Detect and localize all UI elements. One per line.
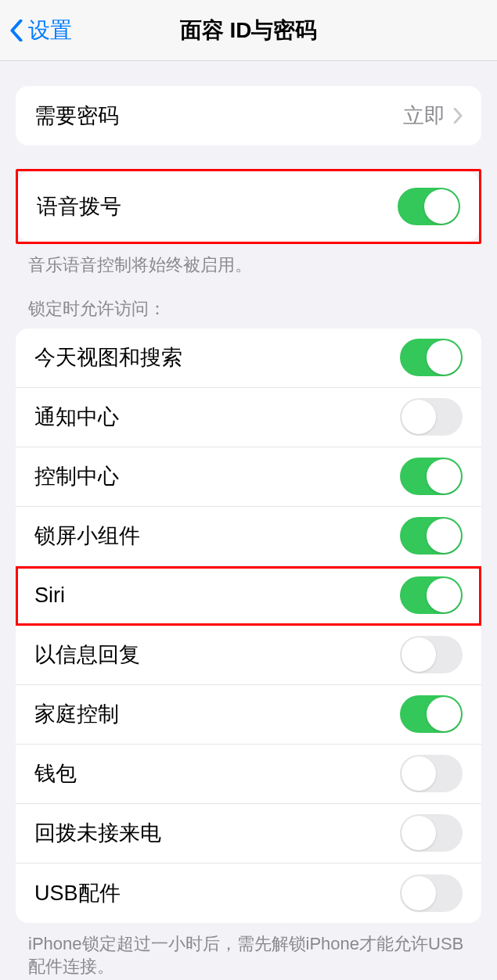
passcode-group: 需要密码 立即: [16, 86, 481, 145]
lockscreen-item-label: USB配件: [34, 879, 121, 907]
toggle-knob: [427, 697, 461, 731]
highlight-box: 语音拨号: [16, 169, 481, 244]
voice-dial-footer: 音乐语音控制将始终被启用。: [0, 244, 497, 277]
lockscreen-item-label: 钱包: [34, 759, 77, 788]
toggle-knob: [427, 459, 461, 494]
row-right: 立即: [403, 102, 463, 130]
toggle-knob: [402, 637, 436, 672]
back-button[interactable]: 设置: [0, 16, 72, 45]
toggle-knob: [427, 519, 461, 553]
toggle-knob: [402, 400, 436, 434]
lockscreen-item-toggle[interactable]: [400, 576, 463, 614]
lockscreen-section-header: 锁定时允许访问：: [0, 277, 497, 328]
lockscreen-row: 家庭控制: [16, 685, 481, 745]
toggle-knob: [402, 876, 436, 910]
voice-dial-highlight: 语音拨号: [16, 169, 481, 244]
lockscreen-item-toggle[interactable]: [400, 339, 463, 376]
toggle-knob: [402, 816, 436, 850]
chevron-right-icon: [453, 108, 463, 124]
require-passcode-row[interactable]: 需要密码 立即: [16, 86, 481, 145]
voice-dial-label: 语音拨号: [37, 192, 121, 221]
lockscreen-row: 以信息回复: [16, 626, 481, 685]
lockscreen-item-toggle[interactable]: [400, 458, 463, 495]
lockscreen-item-label: 今天视图和搜索: [34, 343, 182, 372]
lockscreen-item-toggle[interactable]: [400, 755, 463, 792]
toggle-knob: [427, 578, 461, 612]
lockscreen-footer: iPhone锁定超过一小时后，需先解锁iPhone才能允许USB配件连接。: [0, 923, 497, 978]
lockscreen-row: 钱包: [16, 745, 481, 804]
lockscreen-row: 回拨未接来电: [16, 804, 481, 863]
lockscreen-row: Siri: [16, 566, 481, 626]
toggle-knob: [402, 756, 436, 791]
lockscreen-row: 锁屏小组件: [16, 507, 481, 566]
lockscreen-item-toggle[interactable]: [400, 517, 463, 555]
lockscreen-group: 今天视图和搜索通知中心控制中心锁屏小组件Siri以信息回复家庭控制钱包回拨未接来…: [16, 328, 481, 923]
require-passcode-label: 需要密码: [34, 102, 119, 130]
lockscreen-item-label: 锁屏小组件: [34, 522, 140, 550]
voice-dial-toggle[interactable]: [398, 188, 460, 225]
lockscreen-row: USB配件: [16, 863, 481, 923]
lockscreen-item-toggle[interactable]: [400, 398, 463, 436]
back-label: 设置: [28, 16, 72, 45]
page-title: 面容 ID与密码: [0, 16, 497, 45]
require-passcode-value: 立即: [403, 102, 445, 130]
lockscreen-item-label: 控制中心: [34, 462, 119, 490]
lockscreen-item-toggle[interactable]: [400, 636, 463, 673]
lockscreen-item-toggle[interactable]: [400, 695, 463, 733]
toggle-knob: [427, 340, 461, 375]
lockscreen-item-label: 家庭控制: [34, 700, 119, 728]
header: 设置 面容 ID与密码: [0, 0, 497, 61]
lockscreen-item-toggle[interactable]: [400, 814, 463, 852]
voice-dial-group: 语音拨号: [18, 171, 479, 242]
lockscreen-item-label: 以信息回复: [34, 641, 140, 669]
voice-dial-row: 语音拨号: [18, 171, 479, 242]
lockscreen-item-toggle[interactable]: [400, 874, 463, 912]
toggle-knob: [424, 189, 459, 224]
lockscreen-row: 今天视图和搜索: [16, 328, 481, 388]
lockscreen-item-label: 回拨未接来电: [34, 819, 161, 847]
chevron-left-icon: [9, 20, 23, 41]
lockscreen-item-label: 通知中心: [34, 403, 119, 431]
content: 需要密码 立即 语音拨号 音乐语音控制将始终被启用。 锁定时允许访问：: [0, 86, 497, 978]
lockscreen-row: 控制中心: [16, 447, 481, 507]
lockscreen-row: 通知中心: [16, 388, 481, 447]
lockscreen-item-label: Siri: [34, 583, 65, 608]
